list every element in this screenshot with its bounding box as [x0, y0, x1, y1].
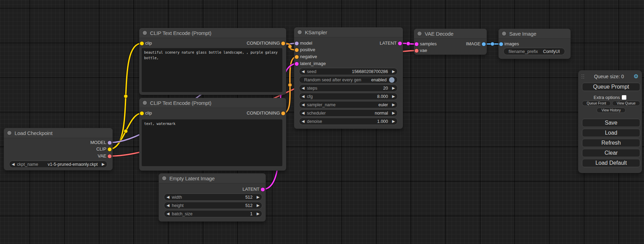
queue-prompt-button[interactable]: Queue Prompt [582, 83, 640, 91]
steps-widget[interactable]: ◀ steps 20 ▶ [299, 84, 398, 92]
latent-port[interactable] [398, 42, 402, 45]
queue-front-button[interactable]: Queue Front [582, 101, 611, 106]
node-save-image[interactable]: Save Image images filename_prefix ComfyU… [499, 29, 571, 59]
collapse-dot-icon[interactable] [417, 31, 422, 36]
collapse-dot-icon[interactable] [162, 176, 166, 180]
node-title: Save Image [509, 31, 536, 37]
output-latent: LATENT [380, 40, 403, 47]
link-clip-to-negative-encoder [110, 113, 142, 149]
input-vae: vae [414, 47, 427, 54]
decrement-icon[interactable]: ◀ [299, 69, 307, 74]
scheduler-widget[interactable]: ◀ scheduler normal ▶ [299, 109, 398, 117]
node-title-bar[interactable]: VAE Decode [414, 29, 487, 39]
batch-size-widget[interactable]: ◀ batch_size 1 ▶ [164, 210, 262, 217]
input-negative: negative [294, 53, 317, 60]
collapse-dot-icon[interactable] [502, 31, 506, 36]
load-button[interactable]: Load [582, 129, 640, 137]
output-model: MODEL [90, 139, 113, 146]
increment-icon[interactable]: ▶ [390, 102, 397, 107]
image-port[interactable] [482, 42, 486, 46]
decrement-icon[interactable]: ◀ [299, 86, 307, 90]
comfyui-canvas[interactable]: { "colors":{"model":"#B39DDB","clip":"#F… [0, 0, 644, 244]
load-default-button[interactable]: Load Default [582, 159, 640, 167]
clip-port[interactable] [140, 111, 144, 115]
decrement-icon[interactable]: ◀ [299, 119, 307, 124]
increment-icon[interactable]: ▶ [390, 111, 397, 115]
collapse-dot-icon[interactable] [143, 31, 147, 35]
vae-port[interactable] [415, 49, 418, 53]
increment-icon[interactable]: ▶ [254, 211, 262, 216]
latent-port[interactable] [415, 42, 418, 46]
save-button[interactable]: Save [582, 119, 640, 127]
collapse-dot-icon[interactable] [143, 101, 147, 105]
output-vae: VAE [98, 153, 113, 160]
conditioning-port[interactable] [281, 111, 285, 115]
drag-handle-icon[interactable] [582, 74, 584, 79]
prompt-textarea[interactable]: text, watermark [142, 119, 282, 166]
node-title-bar[interactable]: CLIP Text Encode (Prompt) [139, 28, 286, 38]
increment-icon[interactable]: ▶ [99, 162, 107, 166]
toggle-indicator[interactable] [389, 77, 395, 83]
collapse-dot-icon[interactable] [7, 131, 11, 135]
input-images: images [499, 40, 519, 47]
decrement-icon[interactable]: ◀ [164, 211, 172, 216]
conditioning-port[interactable] [295, 48, 299, 52]
clip-port[interactable] [108, 147, 112, 151]
increment-icon[interactable]: ▶ [254, 195, 262, 199]
conditioning-port[interactable] [295, 55, 299, 59]
node-ksampler[interactable]: KSampler model positive negative latent_… [294, 27, 403, 129]
model-port[interactable] [108, 141, 112, 145]
decrement-icon[interactable]: ◀ [164, 203, 172, 208]
increment-icon[interactable]: ▶ [390, 94, 397, 99]
refresh-button[interactable]: Refresh [582, 139, 640, 147]
image-port[interactable] [499, 42, 503, 46]
node-title-bar[interactable]: Save Image [499, 29, 571, 39]
clear-button[interactable]: Clear [582, 149, 640, 157]
node-title-bar[interactable]: CLIP Text Encode (Prompt) [139, 98, 286, 108]
cfg-widget[interactable]: ◀ cfg 8.000 ▶ [299, 93, 398, 100]
decrement-icon[interactable]: ◀ [299, 94, 307, 99]
random-seed-widget[interactable]: Random seed after every gen enabled [299, 76, 398, 83]
node-vae-decode[interactable]: VAE Decode samples vae IMAGE [414, 29, 487, 55]
ckpt-name-widget[interactable]: ◀ ckpt_name v1-5-pruned-emaonly.ckpt ▶ [9, 161, 107, 168]
node-title: Load Checkpoint [15, 130, 53, 136]
latent-port[interactable] [295, 62, 299, 66]
sampler-name-widget[interactable]: ◀ sampler_name euler ▶ [299, 101, 398, 108]
decrement-icon[interactable]: ◀ [164, 195, 172, 199]
decrement-icon[interactable]: ◀ [299, 111, 307, 115]
input-model: model [294, 40, 312, 47]
node-title: Empty Latent Image [169, 175, 215, 181]
node-empty-latent-image[interactable]: Empty Latent Image LATENT ◀ width 512 ▶ … [159, 173, 266, 222]
view-queue-button[interactable]: View Queue [612, 101, 640, 106]
height-widget[interactable]: ◀ height 512 ▶ [164, 202, 262, 209]
seed-widget[interactable]: ◀ seed 156680208700286 ▶ [299, 68, 398, 75]
node-title-bar[interactable]: Load Checkpoint [4, 128, 113, 138]
view-history-button[interactable]: View History [597, 108, 626, 113]
node-title: CLIP Text Encode (Prompt) [150, 30, 211, 36]
clip-port[interactable] [140, 42, 144, 45]
denoise-widget[interactable]: ◀ denoise 1.000 ▶ [299, 118, 398, 125]
extra-options-checkbox[interactable] [622, 95, 626, 100]
vae-port[interactable] [108, 154, 112, 158]
node-clip-text-encode-negative[interactable]: CLIP Text Encode (Prompt) clip CONDITION… [139, 98, 286, 171]
collapse-dot-icon[interactable] [298, 30, 302, 34]
increment-icon[interactable]: ▶ [390, 69, 397, 74]
width-widget[interactable]: ◀ width 512 ▶ [164, 193, 262, 201]
input-clip: clip [139, 110, 152, 117]
settings-gear-icon[interactable]: ⚙ [634, 74, 638, 79]
decrement-icon[interactable]: ◀ [299, 102, 307, 107]
node-title-bar[interactable]: KSampler [294, 27, 403, 37]
conditioning-port[interactable] [281, 42, 285, 45]
filename-prefix-widget[interactable]: filename_prefix ComfyUI [503, 48, 565, 55]
model-port[interactable] [295, 42, 299, 45]
node-clip-text-encode-positive[interactable]: CLIP Text Encode (Prompt) clip CONDITION… [139, 28, 286, 95]
increment-icon[interactable]: ▶ [390, 86, 397, 90]
latent-port[interactable] [261, 188, 265, 191]
node-load-checkpoint[interactable]: Load Checkpoint MODEL CLIP VAE ◀ ckpt_na… [4, 128, 113, 170]
input-positive: positive [294, 46, 315, 53]
increment-icon[interactable]: ▶ [254, 203, 262, 208]
node-title-bar[interactable]: Empty Latent Image [159, 173, 266, 183]
prompt-textarea[interactable]: beautiful scenery nature glass bottle la… [142, 48, 282, 92]
increment-icon[interactable]: ▶ [390, 119, 397, 124]
decrement-icon[interactable]: ◀ [9, 162, 17, 166]
